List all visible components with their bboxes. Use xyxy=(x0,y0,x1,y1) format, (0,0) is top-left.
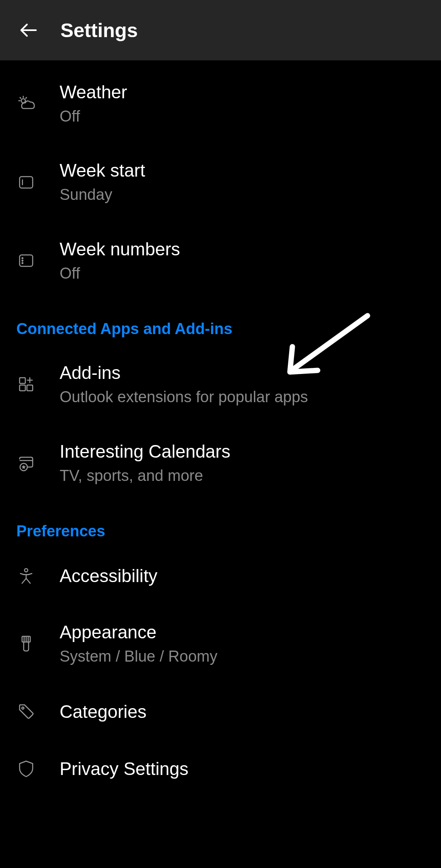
item-text: Privacy Settings xyxy=(60,757,188,780)
item-subtitle: Sunday xyxy=(60,185,145,205)
item-title: Appearance xyxy=(60,621,217,643)
svg-point-18 xyxy=(24,569,28,572)
item-text: Accessibility xyxy=(60,565,158,587)
settings-item-weather[interactable]: Weather Off xyxy=(0,64,441,143)
item-subtitle: Off xyxy=(60,264,180,283)
settings-item-interesting-calendars[interactable]: Interesting Calendars TV, sports, and mo… xyxy=(0,424,441,502)
interesting-calendars-icon xyxy=(16,453,36,473)
svg-point-8 xyxy=(22,258,23,259)
section-header-preferences: Preferences xyxy=(0,502,441,547)
weather-icon xyxy=(16,94,36,113)
item-title: Add-ins xyxy=(60,361,308,384)
settings-item-accessibility[interactable]: Accessibility xyxy=(0,547,441,604)
item-text: Weather Off xyxy=(60,81,127,126)
svg-line-4 xyxy=(26,97,27,98)
svg-line-20 xyxy=(22,578,26,583)
appearance-icon xyxy=(16,634,36,653)
svg-point-26 xyxy=(22,707,24,709)
addins-icon xyxy=(16,374,36,394)
item-text: Week start Sunday xyxy=(60,159,145,205)
item-title: Weather xyxy=(60,81,127,103)
section-header-connected: Connected Apps and Add-ins xyxy=(0,300,441,345)
svg-line-3 xyxy=(20,97,21,98)
page-title: Settings xyxy=(60,19,138,42)
item-subtitle: Off xyxy=(60,106,127,126)
settings-item-appearance[interactable]: Appearance System / Blue / Roomy xyxy=(0,604,441,683)
item-subtitle: System / Blue / Roomy xyxy=(60,647,217,666)
item-title: Week numbers xyxy=(60,238,180,260)
accessibility-icon xyxy=(16,566,36,586)
svg-rect-13 xyxy=(27,385,33,391)
header-bar: Settings xyxy=(0,0,441,60)
item-title: Interesting Calendars xyxy=(60,440,230,463)
settings-item-categories[interactable]: Categories xyxy=(0,683,441,740)
categories-icon xyxy=(16,702,36,721)
item-title: Privacy Settings xyxy=(60,757,188,780)
svg-point-9 xyxy=(22,260,23,261)
svg-line-21 xyxy=(26,578,30,583)
item-subtitle: TV, sports, and more xyxy=(60,466,230,486)
week-start-icon xyxy=(16,173,36,192)
svg-point-10 xyxy=(22,263,23,264)
item-text: Week numbers Off xyxy=(60,238,180,283)
item-subtitle: Outlook extensions for popular apps xyxy=(60,387,308,407)
back-button[interactable] xyxy=(16,18,41,42)
settings-item-week-numbers[interactable]: Week numbers Off xyxy=(0,221,441,300)
settings-item-privacy[interactable]: Privacy Settings xyxy=(0,740,441,797)
svg-rect-5 xyxy=(20,177,33,188)
item-title: Accessibility xyxy=(60,565,158,587)
item-title: Categories xyxy=(60,700,147,723)
svg-rect-11 xyxy=(20,378,25,383)
item-text: Appearance System / Blue / Roomy xyxy=(60,621,217,666)
privacy-icon xyxy=(16,759,36,778)
week-numbers-icon xyxy=(16,251,36,270)
settings-item-week-start[interactable]: Week start Sunday xyxy=(0,143,441,221)
item-text: Categories xyxy=(60,700,147,723)
svg-point-0 xyxy=(21,99,25,103)
arrow-left-icon xyxy=(18,20,39,41)
item-text: Add-ins Outlook extensions for popular a… xyxy=(60,361,308,407)
item-title: Week start xyxy=(60,159,145,182)
settings-list: Weather Off Week start Sunday xyxy=(0,60,441,797)
item-text: Interesting Calendars TV, sports, and mo… xyxy=(60,440,230,486)
settings-item-addins[interactable]: Add-ins Outlook extensions for popular a… xyxy=(0,345,441,423)
svg-rect-12 xyxy=(20,385,25,391)
